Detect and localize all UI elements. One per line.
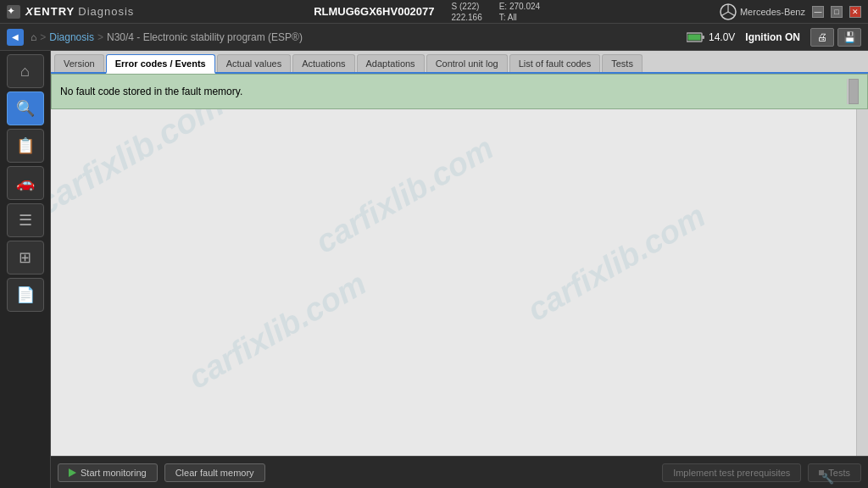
tab-tests[interactable]: Tests [602,54,643,72]
ecm-label: E: 270.024 [499,1,540,12]
watermark-1: carfixlib.com [51,109,230,223]
sidebar: ⌂ 🔍 📋 🚗 ☰ ⊞ 📄 [0,51,51,488]
breadcrumb-module: N30/4 - Electronic stability program (ES… [107,31,303,43]
battery-voltage: 14.0V [709,31,735,43]
scrollbar-vertical[interactable] [847,79,859,104]
mercedes-logo-icon [720,3,737,20]
sidebar-item-home[interactable]: ⌂ [7,54,44,88]
start-monitoring-button[interactable]: Start monitoring [58,463,158,482]
sidebar-item-documents[interactable]: 📋 [7,129,44,163]
wrench-icon: 🔧 [819,470,824,475]
vin-text: RLMUG6GX6HV002077 [314,5,434,18]
vin-area: RLMUG6GX6HV002077 S (222) 222.166 E: 270… [134,1,720,23]
watermark-2: carfixlib.com [309,130,500,260]
tab-error-codes[interactable]: Error codes / Events [106,54,215,74]
titlebar-left: ✦ XENTRYDiagnosis [7,5,134,19]
toolbar: ◀ ⌂ > Diagnosis > N30/4 - Electronic sta… [0,24,868,51]
main-content-row: carfixlib.com carfixlib.com carfixlib.co… [51,109,868,456]
print-area: 🖨 💾 [810,28,861,47]
tab-list-fault-codes[interactable]: List of fault codes [509,54,601,72]
tab-content: No fault code stored in the fault memory… [51,74,868,456]
app-title: XENTRYDiagnosis [25,5,134,18]
tab-content-inner: No fault code stored in the fault memory… [51,74,868,456]
toolbar-back-icon[interactable]: ◀ [7,29,24,46]
svg-rect-6 [687,34,700,40]
sidebar-item-search[interactable]: 🔍 [7,92,44,125]
print-button[interactable]: 🖨 [810,28,834,47]
tabs-bar: Version Error codes / Events Actual valu… [51,51,868,74]
restore-button[interactable]: □ [831,6,843,18]
tab-control-unit-log[interactable]: Control unit log [426,54,508,72]
brand-text: Mercedes-Benz [740,7,805,17]
battery-status: 14.0V [687,31,735,43]
bottom-bar: Start monitoring Clear fault memory Impl… [51,456,868,488]
tests-btn-label: Tests [828,468,850,478]
fault-message-text: No fault code stored in the fault memory… [60,86,242,97]
right-scrollbar[interactable] [856,109,868,456]
session-info: S (222) 222.166 [452,1,482,23]
watermark-4: carfixlib.com [182,265,373,396]
save-button[interactable]: 💾 [837,28,861,47]
sidebar-item-list[interactable]: ☰ [7,203,44,237]
session-value: 222.166 [452,12,482,23]
svg-rect-5 [702,36,704,39]
app-icon: ✦ [7,5,20,19]
tab-actual-values[interactable]: Actual values [217,54,291,72]
session-label: S (222) [452,1,482,12]
ignition-status: Ignition ON [745,31,800,43]
sidebar-item-car[interactable]: 🚗 [7,166,44,200]
titlebar-right: Mercedes-Benz — □ ✕ [720,3,861,20]
brand-logo: Mercedes-Benz [720,3,805,20]
sidebar-item-grid[interactable]: ⊞ [7,241,44,274]
minimize-button[interactable]: — [812,6,824,18]
status-right: 14.0V Ignition ON 🖨 💾 [687,28,861,47]
svg-line-3 [721,12,728,16]
tab-adaptations[interactable]: Adaptations [357,54,425,72]
clear-fault-memory-button[interactable]: Clear fault memory [164,463,265,482]
svg-line-2 [728,12,735,16]
clear-fault-memory-label: Clear fault memory [175,468,254,478]
breadcrumb: ⌂ > Diagnosis > N30/4 - Electronic stabi… [31,31,680,43]
tests-button[interactable]: 🔧 Tests [808,463,861,482]
watermark-3: carfixlib.com [521,197,712,328]
tab-version[interactable]: Version [54,54,104,72]
breadcrumb-diagnosis-link[interactable]: Diagnosis [49,31,94,43]
content-panel: Version Error codes / Events Actual valu… [51,51,868,488]
implement-test-button[interactable]: Implement test prerequisites [662,463,801,482]
title-bar: ✦ XENTRYDiagnosis RLMUG6GX6HV002077 S (2… [0,0,868,24]
close-button[interactable]: ✕ [849,6,861,18]
ecm-t-label: T: All [499,12,540,23]
ecm-info: E: 270.024 T: All [499,1,540,23]
start-monitoring-label: Start monitoring [81,468,147,478]
play-icon [69,469,76,477]
fault-message-bar: No fault code stored in the fault memory… [51,74,868,109]
main-layout: ⌂ 🔍 📋 🚗 ☰ ⊞ 📄 Version Error codes / Even… [0,51,868,488]
implement-test-label: Implement test prerequisites [673,468,790,478]
main-scroll-area: carfixlib.com carfixlib.com carfixlib.co… [51,109,856,456]
battery-icon [687,31,705,43]
tab-actuations[interactable]: Actuations [292,54,354,72]
scrollbar-thumb[interactable] [849,79,859,104]
breadcrumb-home-icon: ⌂ [31,31,36,43]
sidebar-item-report[interactable]: 📄 [7,278,44,312]
